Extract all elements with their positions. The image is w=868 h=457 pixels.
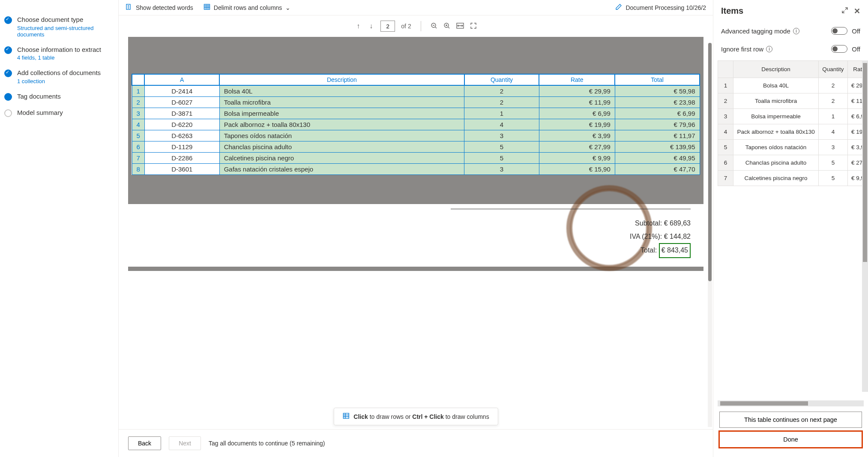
cell-quantity[interactable]: 1: [464, 108, 539, 119]
cell-quantity[interactable]: 2: [819, 93, 848, 109]
col-header-rate[interactable]: Rate: [539, 74, 615, 85]
cell-total[interactable]: € 59,98: [615, 85, 700, 97]
row-number[interactable]: 1: [132, 85, 144, 97]
row-number[interactable]: 4: [132, 119, 144, 130]
table-row[interactable]: 3D-3871Bolsa impermeable1€ 6,99€ 6,99: [132, 108, 700, 119]
cell-total[interactable]: € 79,96: [615, 119, 700, 130]
back-button[interactable]: Back: [128, 436, 161, 450]
step-information-extract[interactable]: Choose information to extract 4 fields, …: [4, 45, 111, 61]
row-number[interactable]: 5: [132, 130, 144, 141]
fit-page-button[interactable]: [470, 22, 477, 30]
delimit-rows-columns-button[interactable]: Delimit rows and columns ⌄: [204, 3, 291, 12]
cell-total[interactable]: € 11,97: [615, 130, 700, 141]
cell-quantity[interactable]: 3: [464, 164, 539, 175]
cell-quantity[interactable]: 4: [819, 124, 848, 140]
continues-next-page-button[interactable]: This table continues on next page: [719, 412, 862, 428]
cell-description[interactable]: Calcetines piscina negro: [733, 171, 819, 186]
cell-description[interactable]: Tapones oídos natación: [733, 140, 819, 155]
document-name-button[interactable]: Document Processing 10/26/2: [615, 3, 706, 12]
table-row[interactable]: 5Tapones oídos natación3€ 3,9: [718, 140, 868, 155]
cell-description[interactable]: Gafas natación cristales espejo: [219, 164, 464, 175]
fit-width-button[interactable]: [456, 23, 464, 30]
cell-code[interactable]: D-6027: [144, 97, 219, 108]
cell-quantity[interactable]: 5: [819, 155, 848, 171]
cell-quantity[interactable]: 5: [464, 153, 539, 164]
cell-description[interactable]: Bolsa 40L: [733, 78, 819, 93]
step-document-type[interactable]: Choose document type Structured and semi…: [4, 15, 111, 38]
cell-rate[interactable]: € 27,99: [539, 141, 615, 153]
col-header-quantity[interactable]: Quantity: [464, 74, 539, 85]
table-row[interactable]: 4D-6220Pack albornoz + toalla 80x1304€ 1…: [132, 119, 700, 130]
step-tag-documents[interactable]: Tag documents: [4, 92, 111, 101]
cell-quantity[interactable]: 5: [464, 141, 539, 153]
zoom-in-button[interactable]: [443, 22, 450, 30]
cell-rate[interactable]: € 11,99: [539, 97, 615, 108]
document-canvas[interactable]: A Description Quantity Rate Total 1D-241…: [119, 37, 713, 429]
table-row[interactable]: 1D-2414Bolsa 40L2€ 29,99€ 59,98: [132, 85, 700, 97]
items-preview-table[interactable]: Description Quantity Rat 1Bolsa 40L2€ 29…: [718, 60, 868, 186]
table-row[interactable]: 7D-2286Calcetines piscina negro5€ 9,99€ …: [132, 153, 700, 164]
info-icon[interactable]: i: [793, 28, 799, 34]
panel-horizontal-scrollbar[interactable]: [718, 400, 864, 406]
close-icon[interactable]: ✕: [854, 6, 860, 16]
zoom-out-button[interactable]: [431, 22, 437, 30]
cell-description[interactable]: Toalla microfibra: [219, 97, 464, 108]
cell-total[interactable]: € 23,98: [615, 97, 700, 108]
table-row[interactable]: 1Bolsa 40L2€ 29,: [718, 78, 868, 93]
table-row[interactable]: 8D-3601Gafas natación cristales espejo3€…: [132, 164, 700, 175]
cell-code[interactable]: D-6220: [144, 119, 219, 130]
vertical-scrollbar[interactable]: [708, 43, 712, 427]
cell-rate[interactable]: € 6,99: [539, 108, 615, 119]
show-detected-words-button[interactable]: Show detected words: [126, 3, 193, 12]
table-row[interactable]: 6Chanclas piscina adulto5€ 27,: [718, 155, 868, 171]
cell-description[interactable]: Chanclas piscina adulto: [219, 141, 464, 153]
table-row[interactable]: 2D-6027Toalla microfibra2€ 11,99€ 23,98: [132, 97, 700, 108]
cell-quantity[interactable]: 2: [464, 85, 539, 97]
step-model-summary[interactable]: Model summary: [4, 108, 111, 117]
table-row[interactable]: 2Toalla microfibra2€ 11,: [718, 93, 868, 109]
cell-rate[interactable]: € 15,90: [539, 164, 615, 175]
rp-col-description[interactable]: Description: [733, 61, 819, 78]
cell-quantity[interactable]: 5: [819, 171, 848, 186]
done-button[interactable]: Done: [719, 431, 862, 448]
cell-code[interactable]: D-3601: [144, 164, 219, 175]
cell-description[interactable]: Pack albornoz + toalla 80x130: [219, 119, 464, 130]
row-number[interactable]: 8: [132, 164, 144, 175]
rp-col-quantity[interactable]: Quantity: [819, 61, 848, 78]
cell-rate[interactable]: € 3,99: [539, 130, 615, 141]
col-header-total[interactable]: Total: [615, 74, 700, 85]
cell-rate[interactable]: € 19,99: [539, 119, 615, 130]
table-row[interactable]: 5D-6263Tapones oídos natación3€ 3,99€ 11…: [132, 130, 700, 141]
cell-total[interactable]: € 6,99: [615, 108, 700, 119]
cell-description[interactable]: Bolsa impermeable: [733, 109, 819, 124]
row-number[interactable]: 7: [132, 153, 144, 164]
cell-quantity[interactable]: 4: [464, 119, 539, 130]
panel-vertical-scrollbar[interactable]: [862, 60, 868, 392]
col-header-description[interactable]: Description: [219, 74, 464, 85]
col-header-a[interactable]: A: [144, 74, 219, 85]
step-add-collections[interactable]: Add collections of documents 1 collectio…: [4, 69, 111, 84]
cell-code[interactable]: D-6263: [144, 130, 219, 141]
cell-quantity[interactable]: 2: [464, 97, 539, 108]
cell-description[interactable]: Toalla microfibra: [733, 93, 819, 109]
cell-total[interactable]: € 47,70: [615, 164, 700, 175]
cell-total[interactable]: € 139,95: [615, 141, 700, 153]
document-table[interactable]: A Description Quantity Rate Total 1D-241…: [132, 74, 700, 175]
page-down-button[interactable]: ↓: [368, 21, 374, 32]
cell-description[interactable]: Pack albornoz + toalla 80x130: [733, 124, 819, 140]
page-number-input[interactable]: [380, 21, 395, 32]
ignore-first-row-toggle[interactable]: [831, 45, 847, 53]
row-number[interactable]: 2: [132, 97, 144, 108]
cell-quantity[interactable]: 3: [819, 140, 848, 155]
cell-description[interactable]: Tapones oídos natación: [219, 130, 464, 141]
table-row[interactable]: 3Bolsa impermeable1€ 6,9: [718, 109, 868, 124]
cell-description[interactable]: Bolsa 40L: [219, 85, 464, 97]
cell-quantity[interactable]: 2: [819, 78, 848, 93]
tagged-table-region[interactable]: A Description Quantity Rate Total 1D-241…: [128, 70, 703, 178]
cell-description[interactable]: Calcetines piscina negro: [219, 153, 464, 164]
cell-code[interactable]: D-2414: [144, 85, 219, 97]
table-row[interactable]: 6D-1129Chanclas piscina adulto5€ 27,99€ …: [132, 141, 700, 153]
cell-total[interactable]: € 49,95: [615, 153, 700, 164]
cell-rate[interactable]: € 29,99: [539, 85, 615, 97]
row-number[interactable]: 3: [132, 108, 144, 119]
